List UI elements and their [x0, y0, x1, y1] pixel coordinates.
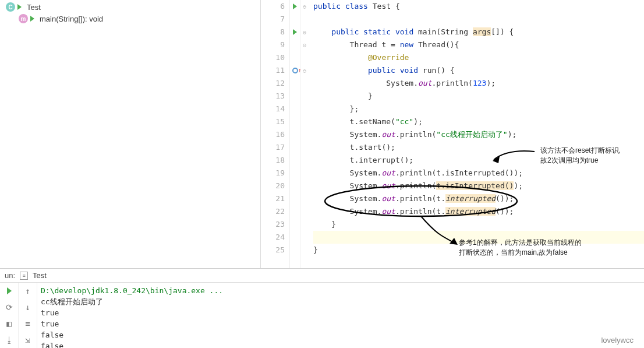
scroll-button[interactable]: ⇲: [22, 334, 34, 346]
gutter-blank: [290, 38, 300, 51]
code-line[interactable]: t.setName("cc");: [313, 115, 644, 128]
gutter-blank: [290, 231, 300, 244]
line-number[interactable]: 16: [261, 128, 285, 141]
fold-blank: [300, 167, 309, 180]
debug-button[interactable]: ⟳: [3, 301, 15, 313]
console-line: true: [41, 318, 641, 329]
code-line[interactable]: System.out.println(t.interrupted());: [313, 192, 644, 205]
line-number[interactable]: 24: [261, 231, 285, 244]
code-line[interactable]: };: [313, 103, 644, 115]
console-line: false: [41, 329, 641, 340]
marker-column: [290, 0, 300, 268]
line-number[interactable]: 18: [261, 154, 285, 167]
override-gutter-icon[interactable]: [290, 64, 300, 77]
line-number[interactable]: 25: [261, 244, 285, 256]
fold-blank: [300, 192, 309, 205]
fold-blank: [300, 115, 309, 128]
code-line[interactable]: public void run() {: [313, 64, 644, 77]
line-number[interactable]: 22: [261, 205, 285, 218]
line-number[interactable]: 6: [261, 0, 285, 13]
line-number[interactable]: 13: [261, 90, 285, 103]
run-icon: [30, 15, 37, 22]
console-line: false: [41, 340, 641, 348]
fold-blank: [300, 141, 309, 154]
fold-blank: [300, 77, 309, 90]
code-line[interactable]: System.out.println("cc线程开始启动了");: [313, 128, 644, 141]
gutter-blank: [290, 167, 300, 180]
code-line[interactable]: @Override: [313, 51, 644, 64]
gutter-blank: [290, 103, 300, 115]
gutter-blank: [290, 141, 300, 154]
run-toolbar-left: ⟳ ◧ ⭳: [0, 283, 19, 348]
fold-icon[interactable]: ⊖: [300, 26, 309, 38]
line-number[interactable]: 19: [261, 167, 285, 180]
gutter-blank: [290, 13, 300, 26]
code-line[interactable]: public class Test {: [313, 0, 644, 13]
line-number[interactable]: 15: [261, 115, 285, 128]
camera-button[interactable]: ◧: [3, 318, 15, 329]
line-number[interactable]: 23: [261, 218, 285, 231]
class-icon: C: [6, 2, 15, 12]
gutter-blank: [290, 244, 300, 256]
code-line[interactable]: System.out.println(t.isInterrupted());: [313, 180, 644, 192]
code-line[interactable]: }: [313, 90, 644, 103]
line-number[interactable]: 7: [261, 13, 285, 26]
console-line: cc线程开始启动了: [41, 296, 641, 307]
code-line[interactable]: }: [313, 218, 644, 231]
fold-icon[interactable]: ⊖: [300, 38, 309, 51]
run-label: un:: [5, 271, 15, 280]
fold-column: ⊖⊖⊖⊖: [300, 0, 309, 268]
method-tree-item[interactable]: m main(String[]): void: [0, 13, 260, 24]
wrap-button[interactable]: ≡: [22, 318, 34, 329]
gutter: 678910111213141516171819202122232425: [261, 0, 290, 268]
code-line[interactable]: [313, 13, 644, 26]
fold-blank: [300, 128, 309, 141]
run-gutter-icon[interactable]: [290, 26, 300, 38]
code-line[interactable]: Thread t = new Thread(){: [313, 38, 644, 51]
gutter-blank: [290, 51, 300, 64]
run-icon: [17, 3, 24, 10]
class-tree-item[interactable]: C Test: [0, 1, 260, 13]
run-panel: un: ≡ Test ⟳ ◧ ⭳ ↑ ↓ ≡ ⇲ D:\develop\jdk1…: [0, 268, 644, 348]
gutter-blank: [290, 192, 300, 205]
down-button[interactable]: ↓: [22, 301, 34, 313]
run-tab-bar: un: ≡ Test: [0, 269, 644, 283]
line-number[interactable]: 14: [261, 103, 285, 115]
run-tab-name[interactable]: Test: [33, 271, 47, 280]
tab-icon[interactable]: ≡: [20, 272, 28, 280]
gutter-blank: [290, 77, 300, 90]
export-button[interactable]: ⭳: [3, 334, 15, 346]
line-number[interactable]: 21: [261, 192, 285, 205]
code-line[interactable]: System.out.println(123);: [313, 77, 644, 90]
gutter-blank: [290, 128, 300, 141]
method-label: main(String[]): void: [40, 15, 103, 23]
class-label: Test: [27, 3, 41, 12]
line-number[interactable]: 17: [261, 141, 285, 154]
fold-blank: [300, 231, 309, 244]
gutter-blank: [290, 90, 300, 103]
gutter-blank: [290, 154, 300, 167]
gutter-blank: [290, 205, 300, 218]
line-number[interactable]: 12: [261, 77, 285, 90]
code-column[interactable]: public class Test { public static void m…: [309, 0, 644, 268]
fold-icon[interactable]: ⊖: [300, 0, 309, 13]
fold-icon[interactable]: ⊖: [300, 64, 309, 77]
line-number[interactable]: 9: [261, 38, 285, 51]
code-line[interactable]: System.out.println(t.interrupted());: [313, 205, 644, 218]
fold-blank: [300, 244, 309, 256]
code-line[interactable]: public static void main(String args[]) {: [313, 26, 644, 38]
gutter-blank: [290, 180, 300, 192]
line-number[interactable]: 10: [261, 51, 285, 64]
up-button[interactable]: ↑: [22, 285, 34, 297]
code-line[interactable]: System.out.println(t.isInterrupted());: [313, 167, 644, 180]
fold-blank: [300, 205, 309, 218]
fold-blank: [300, 90, 309, 103]
run-gutter-icon[interactable]: [290, 0, 300, 13]
code-editor[interactable]: 678910111213141516171819202122232425 ⊖⊖⊖…: [261, 0, 644, 268]
console[interactable]: D:\develop\jdk1.8.0_242\bin\java.exe ...…: [37, 283, 644, 348]
play-button[interactable]: [3, 285, 15, 297]
line-number[interactable]: 8: [261, 26, 285, 38]
fold-blank: [300, 13, 309, 26]
line-number[interactable]: 11: [261, 64, 285, 77]
line-number[interactable]: 20: [261, 180, 285, 192]
